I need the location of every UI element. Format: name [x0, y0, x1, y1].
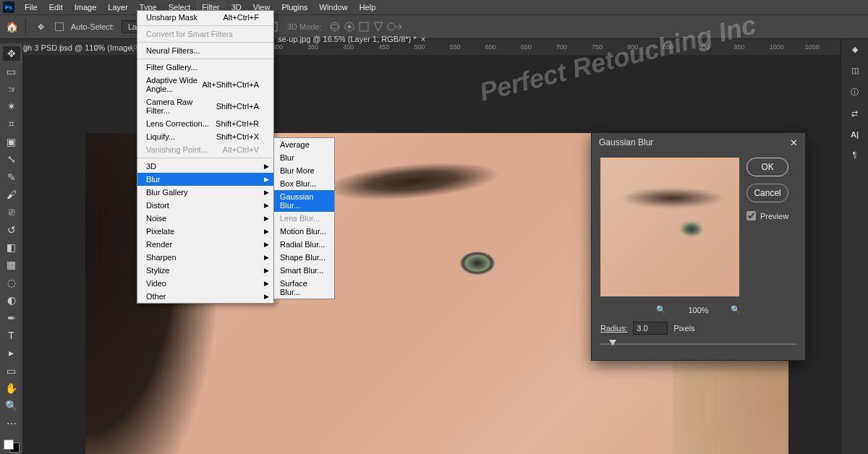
zoom-in-icon[interactable]: 🔍	[731, 305, 741, 314]
toolbox-more[interactable]: ⋯	[3, 416, 20, 431]
home-icon[interactable]: 🏠	[6, 21, 18, 33]
zoom-out-icon[interactable]: 🔍	[656, 305, 666, 314]
blur-tool[interactable]: ◌	[3, 275, 20, 290]
menu-file[interactable]: File	[19, 1, 43, 14]
filter-menu-item[interactable]: Render▶	[137, 238, 273, 251]
crop-tool[interactable]: ⌗	[3, 116, 20, 131]
filter-menu-item[interactable]: Noise▶	[137, 212, 273, 225]
brush-tool[interactable]: 🖌	[3, 187, 20, 202]
cancel-button[interactable]: Cancel	[746, 184, 788, 202]
history-brush-tool[interactable]: ↺	[3, 223, 20, 237]
dialog-title: Gaussian Blur	[599, 137, 653, 147]
filter-menu-item[interactable]: Neural Filters...	[137, 44, 273, 57]
magic-wand-tool[interactable]: ✶	[3, 99, 20, 113]
zoom-percent: 100%	[688, 306, 708, 314]
tab-close-icon[interactable]: ×	[421, 35, 425, 43]
radius-input[interactable]	[633, 322, 668, 335]
filter-menu-item[interactable]: Distort▶	[137, 199, 273, 212]
filter-menu-item[interactable]: Blur▶	[137, 173, 273, 186]
character-panel-icon[interactable]: A|	[851, 130, 859, 139]
gaussian-blur-dialog: Gaussian Blur ✕ OK Cancel Preview 🔍 100%…	[591, 132, 806, 361]
move-tool[interactable]: ✥	[3, 46, 20, 61]
ruler-mark: 550	[450, 43, 485, 51]
toolbox: ✥ ▭ ⟉ ✶ ⌗ ▣ ⤡ ✎ 🖌 ⎚ ↺ ◧ ▦ ◌ ◐ ✒ T ▸ ▭ ✋ …	[0, 43, 23, 454]
color-panel-icon[interactable]: ◆	[852, 45, 858, 54]
filter-menu-item[interactable]: Unsharp MaskAlt+Ctrl+F	[137, 11, 273, 24]
filter-menu-item[interactable]: Sharpen▶	[137, 251, 273, 264]
radius-unit: Pixels	[673, 324, 694, 333]
filter-menu-item[interactable]: Blur Gallery▶	[137, 186, 273, 199]
radius-slider[interactable]	[600, 339, 796, 349]
eraser-tool[interactable]: ◧	[3, 240, 20, 254]
dialog-preview[interactable]	[600, 158, 739, 296]
filter-menu-item[interactable]: Lens Correction...Shift+Ctrl+R	[137, 117, 273, 130]
tab-document-1[interactable]: se-up.jpg @ 16.5% (Layer 1, RGB/8*) * ×	[278, 35, 425, 43]
swatches-panel-icon[interactable]: ◫	[851, 66, 859, 75]
filter-menu-item[interactable]: Camera Raw Filter...Shift+Ctrl+A	[137, 95, 273, 117]
filter-menu-item[interactable]: Adaptive Wide Angle...Alt+Shift+Ctrl+A	[137, 74, 273, 95]
frame-tool[interactable]: ▣	[3, 134, 20, 149]
filter-menu-item[interactable]: Liquify...Shift+Ctrl+X	[137, 130, 273, 143]
marquee-tool[interactable]: ▭	[3, 64, 20, 78]
blur-submenu-item[interactable]: Average	[274, 138, 334, 151]
ruler-mark: 1050	[805, 43, 841, 51]
ruler-mark: 450	[378, 43, 414, 51]
blur-submenu-item[interactable]: Blur	[274, 151, 334, 164]
eyedropper-tool[interactable]: ⤡	[3, 152, 20, 166]
menu-plugins[interactable]: Plugins	[276, 1, 313, 14]
menu-layer[interactable]: Layer	[102, 1, 134, 14]
gradient-tool[interactable]: ▦	[3, 257, 20, 272]
paragraph-panel-icon[interactable]: ¶	[853, 150, 857, 159]
blur-submenu-item[interactable]: Shape Blur...	[274, 251, 334, 264]
preview-label: Preview	[760, 212, 788, 220]
clone-stamp-tool[interactable]: ⎚	[3, 205, 20, 219]
ruler-mark: 400	[343, 43, 378, 51]
ruler-mark: 300	[272, 43, 307, 51]
preview-checkbox-row[interactable]: Preview	[746, 211, 788, 220]
hand-tool[interactable]: ✋	[3, 381, 20, 395]
path-select-tool[interactable]: ▸	[3, 346, 20, 360]
zoom-tool[interactable]: 🔍	[3, 398, 20, 413]
healing-brush-tool[interactable]: ✎	[3, 170, 20, 184]
app-icon: Ps	[3, 1, 14, 13]
svg-point-13	[331, 22, 339, 31]
blur-submenu-item[interactable]: Radial Blur...	[274, 238, 334, 251]
blur-submenu-item[interactable]: Box Blur...	[274, 177, 334, 190]
auto-select-checkbox[interactable]	[55, 22, 64, 31]
filter-menu-item[interactable]: 3D▶	[137, 160, 273, 173]
preview-checkbox[interactable]	[746, 211, 756, 220]
adjustments-panel-icon[interactable]: ⇄	[851, 109, 858, 119]
menu-window[interactable]: Window	[314, 1, 354, 14]
filter-menu-item[interactable]: Video▶	[137, 277, 273, 290]
ruler-mark: 650	[521, 43, 556, 51]
color-swatches[interactable]	[2, 438, 21, 454]
menu-edit[interactable]: Edit	[43, 1, 69, 14]
blur-submenu-item[interactable]: Surface Blur...	[274, 277, 334, 299]
auto-select-label: Auto-Select:	[71, 22, 114, 31]
svg-point-15	[348, 25, 351, 28]
close-icon[interactable]: ✕	[790, 137, 798, 148]
blur-submenu-item[interactable]: Blur More	[274, 164, 334, 177]
blur-submenu-item[interactable]: Smart Blur...	[274, 264, 334, 277]
blur-submenu-item[interactable]: Gaussian Blur...	[274, 190, 334, 212]
blur-submenu-item[interactable]: Motion Blur...	[274, 225, 334, 238]
pen-tool[interactable]: ✒	[3, 310, 20, 325]
move-tool-indicator: ✥	[33, 20, 48, 34]
svg-rect-16	[359, 22, 368, 31]
shape-tool[interactable]: ▭	[3, 363, 20, 377]
ok-button[interactable]: OK	[746, 158, 788, 176]
ruler-mark: 700	[556, 43, 592, 51]
type-tool[interactable]: T	[3, 328, 20, 343]
filter-menu-item[interactable]: Stylize▶	[137, 264, 273, 277]
menu-image[interactable]: Image	[69, 1, 103, 14]
filter-menu-item[interactable]: Other▶	[137, 290, 273, 303]
right-panel-collapsed: ◆ ◫ ⓘ ⇄ A| ¶	[841, 39, 868, 454]
dodge-tool[interactable]: ◐	[3, 293, 20, 307]
lasso-tool[interactable]: ⟉	[3, 82, 20, 96]
filter-menu-item[interactable]: Pixelate▶	[137, 225, 273, 238]
filter-menu-item[interactable]: Filter Gallery...	[137, 61, 273, 74]
menu-help[interactable]: Help	[354, 1, 382, 14]
svg-point-17	[388, 23, 395, 30]
info-panel-icon[interactable]: ⓘ	[851, 87, 859, 98]
mode3d-controls[interactable]	[329, 20, 409, 34]
